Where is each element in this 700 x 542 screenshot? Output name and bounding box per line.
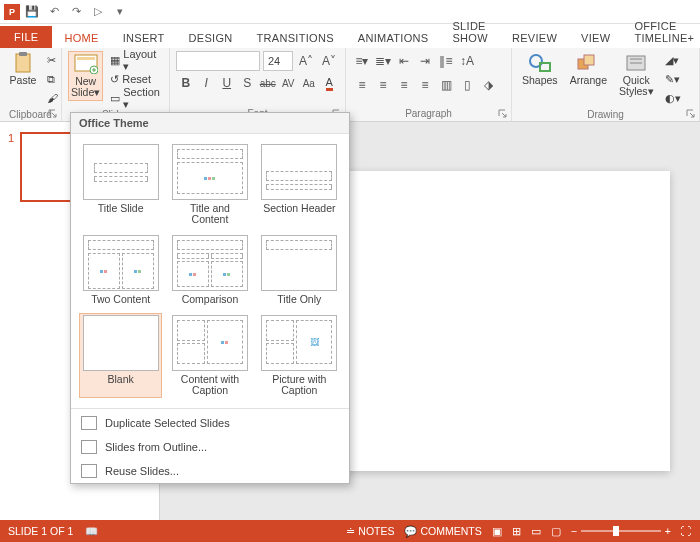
align-left-button[interactable]: ≡ <box>352 75 372 95</box>
svg-rect-3 <box>77 57 95 60</box>
tab-design[interactable]: DESIGN <box>177 28 245 48</box>
tab-transitions[interactable]: TRANSITIONS <box>245 28 346 48</box>
copy-button[interactable]: ⧉ <box>44 70 61 88</box>
numbering-button[interactable]: ≣▾ <box>373 51 393 71</box>
slides-from-outline-item[interactable]: Slides from Outline... <box>71 435 349 459</box>
dropdown-header: Office Theme <box>71 113 349 134</box>
qat-customize-icon[interactable]: ▾ <box>110 2 130 22</box>
format-painter-button[interactable]: 🖌 <box>44 89 61 107</box>
decrease-indent-button[interactable]: ⇤ <box>394 51 414 71</box>
underline-button[interactable]: U <box>217 73 237 93</box>
arrange-button[interactable]: Arrange <box>566 51 611 88</box>
picture-icon: 🖼 <box>310 337 319 347</box>
shapes-icon <box>527 53 553 73</box>
grow-font-button[interactable]: A˄ <box>296 51 316 71</box>
char-spacing-button[interactable]: AV <box>279 73 299 93</box>
justify-button[interactable]: ≡ <box>415 75 435 95</box>
layout-picture-with-caption[interactable]: 🖼Picture with Caption <box>258 313 341 398</box>
shadow-button[interactable]: S <box>238 73 258 93</box>
fit-to-window-button[interactable]: ⛶ <box>681 525 692 537</box>
normal-view-button[interactable]: ▣ <box>492 525 502 537</box>
svg-rect-0 <box>16 54 30 72</box>
comments-icon: 💬 <box>404 525 417 538</box>
layout-title-only[interactable]: Title Only <box>258 233 341 307</box>
comments-button[interactable]: 💬COMMENTS <box>404 525 481 538</box>
zoom-in-button[interactable]: + <box>665 525 671 537</box>
shape-effects-button[interactable]: ◐▾ <box>662 89 684 107</box>
tab-office-timeline[interactable]: OFFICE TIMELINE+ <box>622 16 700 48</box>
shapes-button[interactable]: Shapes <box>518 51 562 88</box>
duplicate-slides-item[interactable]: Duplicate Selected Slides <box>71 411 349 435</box>
layout-section-header[interactable]: Section Header <box>258 142 341 227</box>
reuse-icon <box>81 464 97 478</box>
reading-view-button[interactable]: ▭ <box>531 525 541 537</box>
strikethrough-button[interactable]: abc <box>258 73 278 93</box>
bold-button[interactable]: B <box>176 73 196 93</box>
zoom-slider[interactable] <box>581 530 661 532</box>
bullets-button[interactable]: ≡▾ <box>352 51 372 71</box>
tab-home[interactable]: HOME <box>52 28 110 48</box>
reuse-slides-item[interactable]: Reuse Slides... <box>71 459 349 483</box>
group-label-paragraph: Paragraph <box>352 106 505 119</box>
layout-title-and-content[interactable]: Title and Content <box>168 142 251 227</box>
tab-insert[interactable]: INSERT <box>111 28 177 48</box>
line-spacing-button[interactable]: ‖≡ <box>436 51 456 71</box>
columns-button[interactable]: ▥ <box>436 75 456 95</box>
zoom-out-button[interactable]: − <box>571 525 577 537</box>
layout-two-content[interactable]: Two Content <box>79 233 162 307</box>
effects-icon: ◐▾ <box>665 92 681 105</box>
layout-content-with-caption[interactable]: Content with Caption <box>168 313 251 398</box>
new-slide-button[interactable]: New Slide▾ <box>68 51 103 101</box>
drawing-launcher[interactable] <box>686 109 696 119</box>
smartart-button[interactable]: ⬗ <box>478 75 498 95</box>
section-button[interactable]: ▭Section ▾ <box>107 89 163 107</box>
layout-comparison[interactable]: Comparison <box>168 233 251 307</box>
svg-rect-1 <box>19 52 27 56</box>
tab-review[interactable]: REVIEW <box>500 28 569 48</box>
layout-title-slide[interactable]: Title Slide <box>79 142 162 227</box>
layout-blank[interactable]: Blank <box>79 313 162 398</box>
reset-icon: ↺ <box>110 73 119 86</box>
align-text-button[interactable]: ▯ <box>457 75 477 95</box>
new-slide-icon <box>73 54 99 74</box>
quick-styles-button[interactable]: Quick Styles▾ <box>615 51 658 99</box>
increase-indent-button[interactable]: ⇥ <box>415 51 435 71</box>
italic-button[interactable]: I <box>197 73 217 93</box>
tab-slideshow[interactable]: SLIDE SHOW <box>440 16 499 48</box>
tab-animations[interactable]: ANIMATIONS <box>346 28 441 48</box>
clipboard-icon <box>10 53 36 73</box>
change-case-button[interactable]: Aa <box>299 73 319 93</box>
align-center-button[interactable]: ≡ <box>373 75 393 95</box>
shape-outline-button[interactable]: ✎▾ <box>662 70 684 88</box>
zoom-control: − + <box>571 525 671 537</box>
paragraph-launcher[interactable] <box>498 109 508 119</box>
layout-button[interactable]: ▦Layout ▾ <box>107 51 163 69</box>
start-from-beginning-button[interactable]: ▷ <box>88 2 108 22</box>
paste-button[interactable]: Paste <box>6 51 40 88</box>
clipboard-launcher[interactable] <box>48 109 58 119</box>
shrink-font-button[interactable]: A˅ <box>319 51 339 71</box>
spell-check-icon[interactable]: 📖 <box>85 525 98 538</box>
font-name-combo[interactable] <box>176 51 260 71</box>
section-icon: ▭ <box>110 92 120 105</box>
redo-button[interactable]: ↷ <box>66 2 86 22</box>
tab-file[interactable]: FILE <box>0 26 52 48</box>
quick-access-toolbar: P 💾 ↶ ↷ ▷ ▾ <box>0 0 700 24</box>
tab-view[interactable]: VIEW <box>569 28 622 48</box>
slideshow-view-button[interactable]: ▢ <box>551 525 561 537</box>
undo-button[interactable]: ↶ <box>44 2 64 22</box>
quick-styles-icon <box>623 53 649 73</box>
align-right-button[interactable]: ≡ <box>394 75 414 95</box>
cut-button[interactable]: ✂ <box>44 51 61 69</box>
duplicate-icon <box>81 416 97 430</box>
svg-rect-8 <box>584 55 594 65</box>
slide-sorter-button[interactable]: ⊞ <box>512 525 521 537</box>
font-size-combo[interactable]: 24 <box>263 51 293 71</box>
shape-fill-button[interactable]: ◢▾ <box>662 51 684 69</box>
notes-button[interactable]: ≐NOTES <box>346 525 394 537</box>
ribbon-tabs: FILE HOME INSERT DESIGN TRANSITIONS ANIM… <box>0 24 700 48</box>
text-direction-button[interactable]: ↕A <box>457 51 477 71</box>
font-color-button[interactable]: A <box>320 73 340 93</box>
save-button[interactable]: 💾 <box>22 2 42 22</box>
layout-icon: ▦ <box>110 54 120 67</box>
